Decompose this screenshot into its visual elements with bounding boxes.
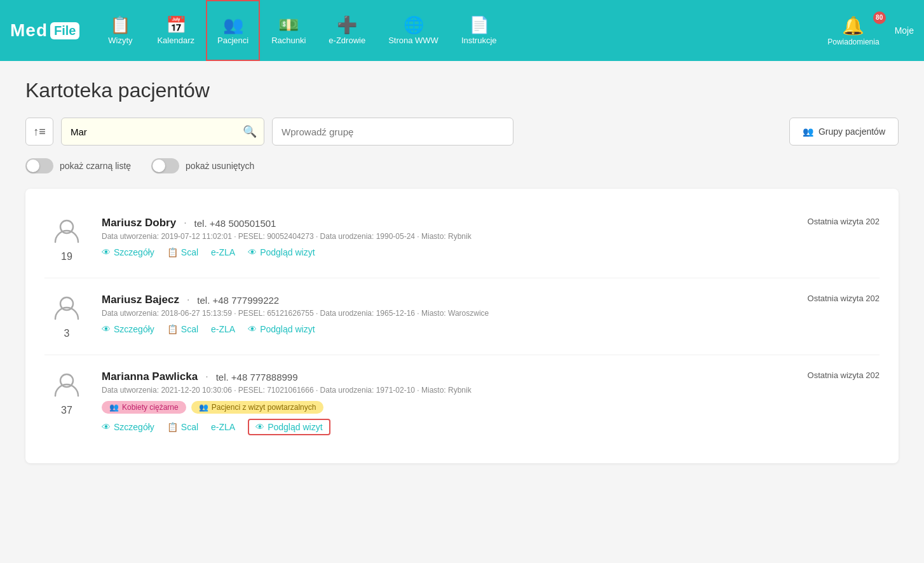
last-visit-label: Ostatnia wizyta 202 — [808, 294, 880, 303]
action-scal[interactable]: 📋 Scal — [167, 324, 198, 334]
notifications-button[interactable]: 🔔 80 Powiadomienia — [827, 15, 879, 46]
patient-last-visit: Ostatnia wizyta 202 — [778, 370, 880, 380]
action-podglad[interactable]: 👁 Podgląd wizyt — [248, 419, 330, 435]
tag-pink: 👥 Kobiety ciężarne — [102, 401, 186, 414]
toggle-deleted: pokaż usuniętych — [151, 158, 254, 173]
nav-right: 🔔 80 Powiadomienia Moje — [827, 15, 914, 46]
patient-avatar: 37 — [44, 370, 89, 416]
nav-item-pacjenci[interactable]: 👥 Pacjenci — [206, 0, 260, 61]
nav-icon-wizyty: 📋 — [110, 17, 130, 33]
nav-label-e-zdrowie: e-Zdrowie — [329, 36, 365, 45]
nav-item-kalendarz[interactable]: 📅 Kalendarz — [146, 0, 206, 61]
action-label-szczegoly: Szczegóły — [114, 422, 154, 432]
action-icon-szczegoly: 👁 — [102, 324, 111, 334]
nav-label-rachunki: Rachunki — [271, 36, 306, 45]
nav-icon-instrukcje: 📄 — [469, 17, 489, 33]
avatar-icon — [53, 370, 81, 402]
last-visit-label: Ostatnia wizyta 202 — [808, 217, 880, 226]
action-szczegoly[interactable]: 👁 Szczegóły — [102, 247, 154, 257]
patient-meta: Data utworzenia: 2018-06-27 15:13:59 · P… — [102, 309, 765, 318]
patient-list: 19 Mariusz Dobry · tel. +48 500501501 Da… — [25, 189, 899, 463]
nav-label-pacjenci: Pacjenci — [217, 36, 248, 45]
patient-tel: tel. +48 777888999 — [216, 372, 298, 383]
nav-item-strona-www[interactable]: 🌐 Strona WWW — [377, 0, 450, 61]
patient-tel: tel. +48 777999222 — [197, 295, 279, 306]
main-content: Kartoteka pacjentów ↑≡ 🔍 👥 Grupy pacjent… — [0, 61, 924, 481]
dot-sep: · — [205, 371, 208, 383]
action-szczegoly[interactable]: 👁 Szczegóły — [102, 324, 154, 334]
toggle-deleted-switch[interactable] — [151, 158, 179, 173]
nav-label-strona-www: Strona WWW — [388, 36, 438, 45]
nav-item-e-zdrowie[interactable]: ➕ e-Zdrowie — [317, 0, 377, 61]
patient-last-visit: Ostatnia wizyta 202 — [778, 217, 880, 226]
dot-sep: · — [184, 217, 186, 229]
action-scal[interactable]: 📋 Scal — [167, 247, 198, 257]
patient-item: 19 Mariusz Dobry · tel. +48 500501501 Da… — [44, 201, 880, 278]
group-input[interactable] — [272, 118, 513, 146]
action-label-scal: Scal — [181, 247, 198, 257]
groups-button[interactable]: 👥 Grupy pacjentów — [789, 118, 899, 146]
nav-item-rachunki[interactable]: 💵 Rachunki — [260, 0, 317, 61]
action-podglad[interactable]: 👁 Podgląd wizyt — [248, 247, 315, 257]
action-scal[interactable]: 📋 Scal — [167, 422, 198, 432]
action-icon-szczegoly: 👁 — [102, 422, 111, 432]
nav-icon-strona-www: 🌐 — [404, 17, 424, 33]
patient-meta: Data utworzenia: 2019-07-12 11:02:01 · P… — [102, 232, 765, 241]
nav-item-wizyty[interactable]: 📋 Wizyty — [95, 0, 146, 61]
logo-file-text: File — [50, 22, 79, 39]
nav-icon-kalendarz: 📅 — [166, 17, 186, 33]
action-ezla[interactable]: e-ZLA — [211, 422, 235, 432]
groups-button-label: Grupy pacjentów — [819, 126, 885, 137]
action-icon-scal: 📋 — [167, 324, 178, 334]
patient-num: 19 — [61, 251, 72, 262]
app-logo[interactable]: Med File — [10, 20, 79, 41]
action-icon-scal: 📋 — [167, 422, 178, 432]
last-visit-label: Ostatnia wizyta 202 — [808, 370, 880, 380]
toggle-blacklist-switch[interactable] — [25, 158, 53, 173]
patient-last-visit: Ostatnia wizyta 202 — [778, 294, 880, 303]
action-label-szczegoly: Szczegóły — [114, 324, 154, 334]
toggles-row: pokaż czarną listę pokaż usuniętych — [25, 158, 899, 173]
nav-label-kalendarz: Kalendarz — [157, 36, 194, 45]
patient-meta: Data utworzenia: 2021-12-20 10:30:06 · P… — [102, 386, 765, 395]
patient-tags: 👥 Kobiety ciężarne👥 Pacjenci z wizyt pow… — [102, 401, 765, 414]
nav-icon-rachunki: 💵 — [278, 17, 299, 33]
sort-button[interactable]: ↑≡ — [25, 118, 53, 146]
action-ezla[interactable]: e-ZLA — [211, 324, 235, 334]
search-input[interactable] — [61, 118, 264, 146]
toggle-deleted-label: pokaż usuniętych — [186, 161, 254, 171]
patient-info: Marianna Pawlicka · tel. +48 777888999 D… — [102, 370, 765, 435]
tag-icon: 👥 — [109, 403, 119, 412]
patient-actions: 👁 Szczegóły 📋 Scal e-ZLA 👁 Podgląd wizyt — [102, 247, 765, 257]
patient-name: Mariusz Bajecz — [102, 294, 179, 306]
action-icon-scal: 📋 — [167, 247, 178, 257]
patient-avatar: 19 — [44, 217, 89, 262]
patient-name: Mariusz Dobry — [102, 217, 176, 229]
action-label-podglad: Podgląd wizyt — [260, 247, 315, 257]
action-icon-podglad: 👁 — [248, 324, 257, 334]
search-input-wrap: 🔍 — [61, 118, 264, 146]
nav-label-wizyty: Wizyty — [108, 36, 132, 45]
action-icon-podglad: 👁 — [255, 422, 264, 432]
notification-badge: 80 — [873, 11, 886, 24]
action-icon-szczegoly: 👁 — [102, 247, 111, 257]
patient-num: 3 — [64, 328, 70, 339]
moje-button[interactable]: Moje — [895, 25, 914, 36]
nav-item-instrukcje[interactable]: 📄 Instrukcje — [450, 0, 508, 61]
navbar: Med File 📋 Wizyty 📅 Kalendarz 👥 Pacjenci… — [0, 0, 924, 61]
patient-name: Marianna Pawlicka — [102, 370, 198, 383]
page-title: Kartoteka pacjentów — [25, 79, 899, 102]
toggle-blacklist-label: pokaż czarną listę — [60, 161, 131, 171]
action-ezla[interactable]: e-ZLA — [211, 247, 235, 257]
action-icon-podglad: 👁 — [248, 247, 257, 257]
patient-item: 3 Mariusz Bajecz · tel. +48 777999222 Da… — [44, 278, 880, 355]
toggle-blacklist: pokaż czarną listę — [25, 158, 131, 173]
avatar-icon — [53, 217, 81, 248]
action-label-szczegoly: Szczegóły — [114, 247, 154, 257]
action-label-ezla: e-ZLA — [211, 247, 235, 257]
action-szczegoly[interactable]: 👁 Szczegóły — [102, 422, 154, 432]
search-bar: ↑≡ 🔍 👥 Grupy pacjentów — [25, 118, 899, 146]
action-podglad[interactable]: 👁 Podgląd wizyt — [248, 324, 315, 334]
patient-name-line: Marianna Pawlicka · tel. +48 777888999 — [102, 370, 765, 383]
patient-info: Mariusz Dobry · tel. +48 500501501 Data … — [102, 217, 765, 257]
